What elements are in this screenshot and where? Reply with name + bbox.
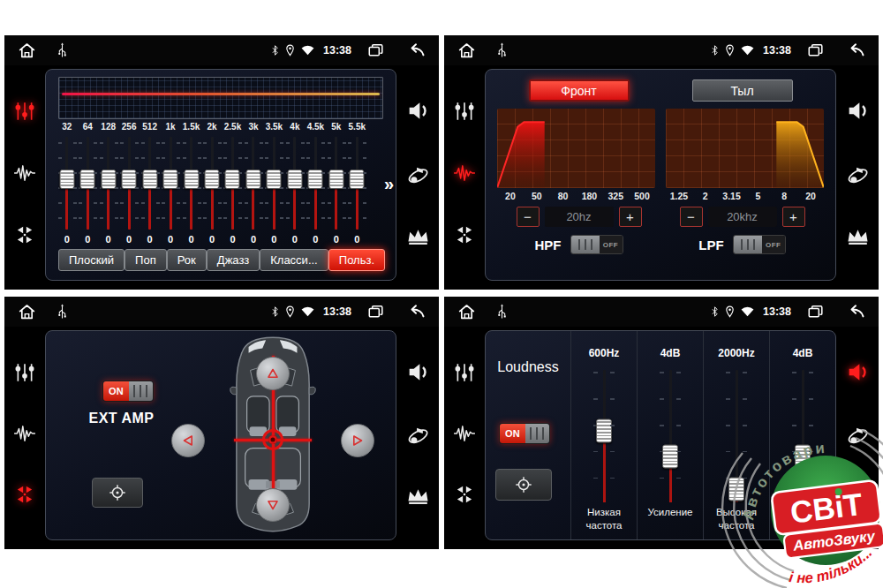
more-bands-chevron-icon[interactable]: »: [384, 174, 394, 194]
slider-handle[interactable]: [80, 170, 95, 189]
eq-preset-button[interactable]: Джазз: [207, 249, 260, 271]
balance-tab-icon[interactable]: [455, 224, 474, 245]
slider-handle[interactable]: [328, 170, 343, 189]
slider-handle[interactable]: [287, 170, 302, 189]
back-icon[interactable]: [405, 304, 426, 320]
location-icon: [725, 44, 735, 57]
crown-icon[interactable]: [846, 228, 870, 246]
hpf-toggle[interactable]: OFF: [570, 235, 623, 254]
fader-rear-button[interactable]: [256, 488, 290, 522]
crown-icon[interactable]: [406, 228, 430, 246]
speaker-tab[interactable]: Фронт: [529, 79, 630, 102]
eq-band-slider[interactable]: [306, 135, 326, 231]
spectrum-tab-icon[interactable]: [13, 425, 36, 442]
slider-handle[interactable]: [122, 170, 137, 189]
slider-handle[interactable]: [184, 170, 199, 189]
back-icon[interactable]: [845, 304, 865, 320]
volume-icon[interactable]: [846, 361, 870, 383]
lpf-minus-button[interactable]: −: [680, 207, 703, 227]
eq-band-slider[interactable]: [201, 135, 222, 231]
eq-band-slider[interactable]: [77, 135, 97, 231]
sound-effects-icon[interactable]: [845, 163, 870, 186]
sound-effects-icon[interactable]: [405, 424, 430, 447]
eq-preset-button[interactable]: Польз.: [328, 249, 385, 271]
toggle-grip[interactable]: [129, 381, 153, 401]
eq-preset-button[interactable]: Рок: [167, 249, 207, 271]
slider-handle[interactable]: [245, 170, 260, 189]
location-icon: [725, 305, 735, 318]
eq-preset-button[interactable]: Поп: [125, 249, 167, 271]
eq-band-slider[interactable]: [98, 135, 118, 231]
slider-handle[interactable]: [205, 170, 220, 189]
eq-band-slider[interactable]: [264, 135, 284, 231]
usb-icon: [57, 42, 67, 59]
loudness-slider[interactable]: [657, 370, 683, 502]
eq-band-slider[interactable]: [223, 135, 243, 231]
left-toolbar: [447, 330, 482, 540]
home-icon[interactable]: [457, 41, 476, 59]
crown-icon[interactable]: [406, 487, 430, 506]
volume-icon[interactable]: [846, 100, 870, 122]
ext-amp-toggle[interactable]: ON: [102, 381, 154, 402]
recents-icon[interactable]: [368, 305, 383, 319]
back-icon[interactable]: [845, 42, 865, 58]
slider-handle[interactable]: [350, 170, 365, 189]
back-icon[interactable]: [405, 42, 426, 58]
balance-left-button[interactable]: [171, 424, 205, 457]
loudness-toggle[interactable]: ON: [499, 423, 550, 444]
slider-handle[interactable]: [142, 170, 157, 189]
spectrum-tab-icon[interactable]: [13, 164, 36, 182]
balance-tab-icon[interactable]: [455, 484, 474, 505]
eq-band-slider[interactable]: [284, 135, 305, 231]
toggle-grip[interactable]: [734, 236, 762, 253]
eq-preset-button[interactable]: Класси...: [260, 249, 328, 271]
fader-front-button[interactable]: [256, 357, 290, 390]
slider-handle[interactable]: [101, 170, 116, 189]
hpf-plus-button[interactable]: +: [619, 207, 642, 227]
recents-icon[interactable]: [808, 43, 823, 57]
recents-icon[interactable]: [368, 43, 383, 57]
slider-handle[interactable]: [59, 170, 74, 189]
recents-icon[interactable]: [808, 305, 823, 319]
eq-band-slider[interactable]: [118, 135, 139, 231]
eq-band-slider[interactable]: [347, 135, 367, 231]
volume-icon[interactable]: [406, 100, 430, 122]
volume-icon[interactable]: [406, 361, 430, 383]
slider-handle[interactable]: [662, 444, 678, 468]
eq-band-slider[interactable]: [140, 135, 160, 231]
slider-handle[interactable]: [308, 170, 323, 189]
slider-handle[interactable]: [267, 170, 282, 189]
center-reset-button[interactable]: [92, 478, 143, 508]
toggle-grip[interactable]: [525, 424, 549, 443]
spectrum-tab-icon[interactable]: [453, 164, 476, 182]
loudness-slider[interactable]: [591, 370, 617, 502]
balance-tab-icon[interactable]: [15, 484, 34, 505]
slider-handle[interactable]: [225, 170, 240, 189]
balance-tab-icon[interactable]: [15, 224, 34, 245]
sound-effects-icon[interactable]: [405, 163, 430, 186]
lpf-plus-button[interactable]: +: [782, 207, 805, 227]
equalizer-tab-icon[interactable]: [454, 101, 475, 122]
balance-right-button[interactable]: [341, 424, 374, 457]
slider-handle[interactable]: [163, 170, 178, 189]
eq-band-slider[interactable]: [181, 135, 201, 231]
balance-fader-position-dot[interactable]: [268, 435, 277, 444]
home-icon[interactable]: [18, 303, 36, 320]
equalizer-tab-icon[interactable]: [14, 101, 35, 122]
slider-handle[interactable]: [596, 419, 612, 443]
eq-band-slider[interactable]: [243, 135, 263, 231]
equalizer-tab-icon[interactable]: [454, 362, 475, 383]
hpf-minus-button[interactable]: −: [517, 207, 540, 227]
eq-band-slider[interactable]: [57, 135, 77, 231]
lpf-toggle[interactable]: OFF: [733, 235, 786, 254]
toggle-grip[interactable]: [571, 236, 600, 253]
center-reset-button[interactable]: [495, 469, 552, 501]
eq-preset-button[interactable]: Плоский: [58, 249, 125, 271]
equalizer-tab-icon[interactable]: [14, 362, 35, 383]
speaker-tab[interactable]: Тыл: [692, 79, 793, 102]
home-icon[interactable]: [18, 41, 36, 59]
eq-band-slider[interactable]: [326, 135, 346, 231]
home-icon[interactable]: [457, 303, 476, 320]
spectrum-tab-icon[interactable]: [453, 425, 476, 442]
eq-band-slider[interactable]: [160, 135, 180, 231]
